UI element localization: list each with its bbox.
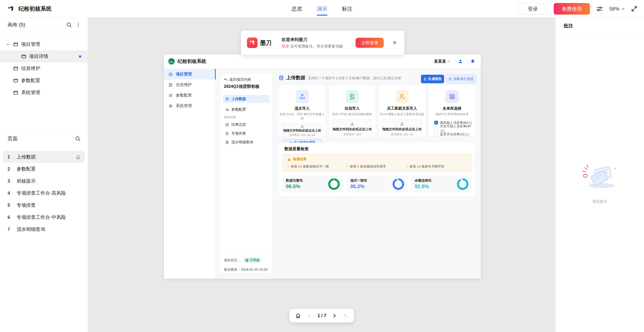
list-option-history-suspect[interactable]: 历史可疑人员名单(45人) [434, 126, 475, 131]
checkbox[interactable] [434, 132, 438, 136]
empty-annotations-illustration [579, 158, 621, 191]
database-icon [279, 75, 284, 80]
cube-icon [168, 72, 173, 76]
upload-tray-icon [296, 90, 309, 103]
banner-login-link[interactable]: 登录 [282, 44, 289, 48]
book-icon [168, 83, 173, 87]
bell-icon[interactable] [470, 59, 475, 64]
caret-down-icon [448, 60, 451, 63]
donut-ring [457, 178, 468, 190]
user-menu[interactable]: 某某某 [434, 59, 451, 64]
main-tabs: 总览 演示 标注 [292, 0, 353, 18]
nav-item-project-mgmt[interactable]: 项目管理 [164, 69, 216, 79]
metric-completeness: 数据完整性 98.5% [282, 176, 343, 193]
tree-item-info-maintain[interactable]: 信息维护 [0, 62, 88, 74]
tab-annotate[interactable]: 标注 [342, 5, 353, 12]
login-button[interactable]: 登录 [518, 3, 548, 15]
frame-icon [13, 90, 18, 95]
card-desc: 支持 HTML 格式征信报告解析 [329, 112, 375, 116]
panel-item-flow-detail[interactable]: 流水明细查询 [223, 138, 270, 146]
generate-report-button[interactable]: 生成报告 [421, 75, 444, 83]
tab-demo[interactable]: 演示 [317, 5, 327, 12]
metric-balance-continuity: 余额连续性 92.8% [411, 176, 472, 193]
checkbox[interactable] [434, 127, 438, 130]
canvas-tree: 项目管理 项目详情 信息维护 参数配置 系统管理 [0, 32, 88, 99]
donut-ring [328, 178, 340, 190]
panel-item-param-config[interactable]: 参数配置 [223, 105, 270, 113]
back-to-projects-link[interactable]: 返回项目列表 [224, 77, 251, 82]
nav-item-system-mgmt[interactable]: 系统管理 [164, 101, 216, 111]
page-navigator: 1 / 7 [289, 309, 354, 322]
tab-overview[interactable]: 总览 [292, 5, 302, 12]
dropzone-flow[interactable]: 拖拽文件到此处或点击上传 支持格式: xlsx, xls, pdf [282, 123, 322, 138]
panel-item-upload-data[interactable]: 上传数据 [223, 95, 270, 103]
empty-annotations-text: 暂无批注 [555, 199, 644, 204]
nav-item-param-config[interactable]: 参数配置 [164, 90, 216, 101]
issue-item: •发现5条余额连续性异常 [347, 164, 386, 169]
free-use-button[interactable]: 免费使用 [554, 3, 590, 15]
home-icon[interactable] [75, 154, 81, 160]
fullscreen-icon[interactable] [631, 6, 637, 12]
warning-triangle-icon [287, 157, 291, 161]
page-item-3[interactable]: 3 初核提示 [3, 175, 85, 187]
banner-title: 欢迎来到墨刀 [282, 37, 343, 43]
page-item-4[interactable]: 4 专项排查工作台-高风险 [3, 187, 85, 199]
chevron-down-icon[interactable] [6, 43, 10, 46]
dropzone-family[interactable]: 拖拽文件到此处或点击上传 支持格式: xlsx, xls [382, 119, 422, 139]
id-card-icon [446, 90, 459, 103]
report-document-icon [423, 77, 427, 81]
page-item-1[interactable]: 1 上传数据 [3, 151, 85, 163]
panel-item-result-overview[interactable]: 结果总览 [223, 120, 270, 129]
left-sidebar: 画布 (5) 项目管理 项目详情 信 [0, 18, 88, 332]
more-vertical-icon[interactable] [75, 22, 81, 28]
prototype-preview: 纪检初核系统 某某某 项目管理 [164, 54, 481, 279]
home-icon[interactable] [295, 313, 301, 319]
upload-card-flow: 流水导入 支持 Excel、PDF 格式文件批量上传 拖拽文件到此处或点击上传 … [279, 85, 326, 136]
page-item-6[interactable]: 6 专项排查工作台-中风险 [3, 211, 85, 223]
topbar: 纪检初核系统 总览 演示 标注 登录 免费使用 58% [0, 0, 644, 18]
data-quality-card: 数据质量检查 检查结果 •发现23条数据格式不一致 •发现5条余额连续性异常 •… [279, 143, 475, 196]
zoom-level: 58% [609, 6, 619, 12]
page-item-7[interactable]: 7 流水明细查询 [3, 223, 85, 235]
page-item-2[interactable]: 2 参数配置 [3, 163, 85, 175]
banner-subtitle: 登录后可使用标注、导出等更多功能 [282, 44, 343, 49]
panel-section-label: 初核结果 [224, 115, 236, 119]
nav-item-info-maintain[interactable]: 信息维护 [164, 79, 216, 90]
tree-item-system-mgmt[interactable]: 系统管理 [0, 87, 88, 99]
settings-sliders-icon[interactable] [596, 5, 603, 13]
pull-sync-icon [448, 77, 452, 81]
tree-item-project-detail[interactable]: 项目详情 [0, 50, 88, 62]
prev-chevron-icon[interactable] [307, 313, 312, 318]
dropzone-credit[interactable]: 拖拽文件到此处或点击上传 支持格式: html [332, 119, 372, 139]
divider [220, 254, 272, 254]
login-now-button[interactable]: 立即登录 [356, 38, 384, 48]
page-item-5[interactable]: 5 专项排查 [3, 199, 85, 211]
close-icon[interactable]: ✕ [392, 40, 397, 46]
bank-logo-icon [168, 58, 175, 65]
updated-value: 2024-01-20 15:30 [241, 268, 268, 271]
undo-arrow-icon[interactable] [343, 313, 348, 318]
zoom-control[interactable]: 58% [609, 6, 625, 12]
document-icon [225, 132, 229, 135]
user-icon[interactable] [458, 59, 463, 64]
card-desc: 选择中介库管理内的名单 [429, 112, 475, 116]
next-chevron-icon[interactable] [332, 313, 337, 318]
checkbox[interactable] [434, 121, 438, 124]
search-icon[interactable] [75, 136, 81, 142]
check-result-title: 检查结果 [293, 157, 307, 161]
gear-icon [168, 104, 173, 108]
preview-app-title: 纪检初核系统 [178, 58, 206, 65]
tree-item-project-mgmt[interactable]: 项目管理 [0, 38, 88, 50]
card-title: 征信导入 [329, 106, 375, 111]
panel-item-special-check[interactable]: 专项排查 [223, 129, 270, 137]
check-result-box: 检查结果 •发现23条数据格式不一致 •发现5条余额连续性异常 •发现12条缺失… [282, 154, 472, 172]
back-arrow-icon [224, 78, 228, 81]
card-title: 流水导入 [279, 106, 325, 111]
frame-icon [21, 54, 26, 59]
pull-bank-info-button[interactable]: 拉取本行信息 [446, 75, 476, 83]
frame-icon [13, 78, 18, 83]
pages-section: 页面 1 上传数据 2 参数配置 3 初核提示 4 [0, 133, 88, 235]
search-icon[interactable] [66, 22, 72, 28]
preview-nav: 项目管理 信息维护 参数配置 系统管理 [164, 68, 216, 279]
tree-item-param-config[interactable]: 参数配置 [0, 74, 88, 87]
